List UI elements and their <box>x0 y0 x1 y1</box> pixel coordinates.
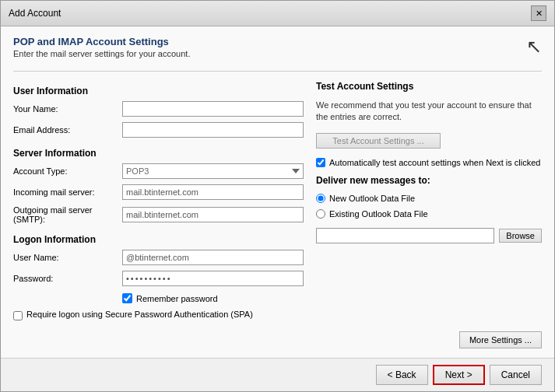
browse-input[interactable] <box>316 228 494 243</box>
password-row: Password: <box>13 271 304 286</box>
require-spa-label: Require logon using Secure Password Auth… <box>26 310 253 319</box>
user-info-label: User Information <box>13 86 304 96</box>
new-outlook-label: New Outlook Data File <box>329 194 415 203</box>
server-info-label: Server Information <box>13 148 304 159</box>
header-text: POP and IMAP Account Settings Enter the … <box>13 36 190 58</box>
new-outlook-row: New Outlook Data File <box>316 194 542 203</box>
password-input[interactable] <box>122 271 304 286</box>
remember-password-label: Remember password <box>136 294 218 303</box>
password-label: Password: <box>13 274 122 283</box>
more-settings-button[interactable]: More Settings ... <box>459 331 542 348</box>
your-name-label: Your Name: <box>13 104 122 114</box>
dialog-title: Add Account <box>9 8 61 19</box>
incoming-server-input[interactable] <box>122 184 304 200</box>
back-button[interactable]: < Back <box>376 365 428 385</box>
existing-outlook-label: Existing Outlook Data File <box>329 209 428 219</box>
require-spa-checkbox[interactable] <box>13 311 23 320</box>
more-settings-row: More Settings ... <box>316 325 542 348</box>
close-button[interactable]: ✕ <box>531 5 546 21</box>
account-type-row: Account Type: POP3 IMAP <box>13 163 304 179</box>
auto-test-checkbox[interactable] <box>316 158 325 167</box>
require-spa-row: Require logon using Secure Password Auth… <box>13 310 304 320</box>
test-section-title: Test Account Settings <box>316 81 542 92</box>
header-title: POP and IMAP Account Settings <box>13 36 190 47</box>
test-account-settings-button[interactable]: Test Account Settings ... <box>316 133 441 149</box>
your-name-row: Your Name: <box>13 101 304 117</box>
title-bar: Add Account ✕ <box>1 1 554 26</box>
auto-test-row: Automatically test account settings when… <box>316 158 542 167</box>
header-subtitle: Enter the mail server settings for your … <box>13 49 190 58</box>
outgoing-server-row: Outgoing mail server (SMTP): <box>13 205 304 224</box>
existing-outlook-radio[interactable] <box>316 209 325 219</box>
new-outlook-radio[interactable] <box>316 194 325 203</box>
cursor-icon: ↖ <box>526 36 542 58</box>
account-type-select[interactable]: POP3 IMAP <box>122 163 304 179</box>
email-label: Email Address: <box>13 125 122 135</box>
username-label: User Name: <box>13 253 122 262</box>
main-content: User Information Your Name: Email Addres… <box>13 81 542 348</box>
account-type-label: Account Type: <box>13 166 122 176</box>
next-button[interactable]: Next > <box>433 365 485 385</box>
incoming-server-label: Incoming mail server: <box>13 187 122 197</box>
left-panel: User Information Your Name: Email Addres… <box>13 81 304 348</box>
auto-test-label: Automatically test account settings when… <box>329 158 540 167</box>
existing-outlook-row: Existing Outlook Data File <box>316 209 542 219</box>
dialog-footer: < Back Next > Cancel <box>1 358 554 391</box>
email-row: Email Address: <box>13 122 304 138</box>
deliver-label: Deliver new messages to: <box>316 175 542 186</box>
header-divider <box>13 71 542 72</box>
incoming-server-row: Incoming mail server: <box>13 184 304 200</box>
email-input[interactable] <box>122 122 304 138</box>
dialog-body: POP and IMAP Account Settings Enter the … <box>1 26 554 358</box>
browse-button[interactable]: Browse <box>499 229 542 243</box>
outgoing-server-label: Outgoing mail server (SMTP): <box>13 205 122 224</box>
header-section: POP and IMAP Account Settings Enter the … <box>13 36 542 58</box>
browse-row: Browse <box>316 228 542 243</box>
outgoing-server-input[interactable] <box>122 207 304 222</box>
test-description: We recommend that you test your account … <box>316 100 542 124</box>
right-panel: Test Account Settings We recommend that … <box>316 81 542 348</box>
your-name-input[interactable] <box>122 101 304 117</box>
remember-password-row: Remember password <box>122 293 304 303</box>
remember-password-checkbox[interactable] <box>122 293 132 303</box>
add-account-dialog: Add Account ✕ POP and IMAP Account Setti… <box>0 0 555 392</box>
username-row: User Name: <box>13 250 304 265</box>
cancel-button[interactable]: Cancel <box>490 365 542 385</box>
username-input[interactable] <box>122 250 304 265</box>
logon-info-label: Logon Information <box>13 234 304 245</box>
